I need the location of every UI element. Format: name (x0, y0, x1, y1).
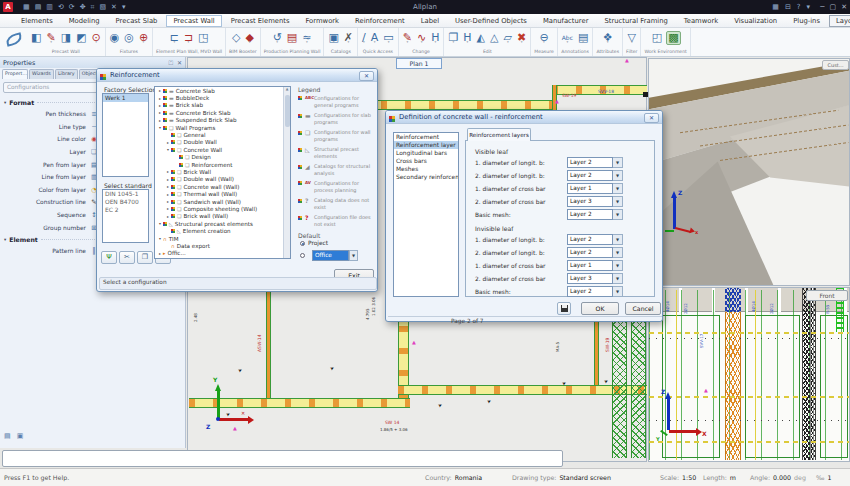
copy-configuration-button[interactable]: ✂ (119, 251, 135, 264)
tree-item-structural-precast-elements[interactable]: ▾◺Structural precast elements (155, 220, 290, 227)
fixtures-tool-icon[interactable]: ◎ (123, 32, 135, 44)
dialog-title-bar[interactable]: Reinforcement (97, 69, 377, 82)
tree-item-suspended-brick-slab[interactable]: ▸▬Suspended Brick Slab (155, 117, 290, 124)
menu-tab-teamwork[interactable]: Teamwork (677, 15, 725, 27)
palette-tab-library[interactable]: Library (55, 69, 78, 79)
tree-item-brick-wall-wall[interactable]: ▸❏Brick wall (Wall) (155, 213, 290, 220)
precast-wall-tool-icon[interactable]: ◩ (75, 32, 87, 44)
chevron-down-icon[interactable]: ▼ (613, 234, 623, 245)
palette-tab-wizards[interactable]: Wizards (29, 69, 54, 79)
nav-item-cross-bars[interactable]: Cross bars (394, 157, 458, 165)
bim-booster-tool-icon[interactable]: ◇ (231, 32, 241, 44)
chevron-down-icon[interactable]: ▼ (613, 260, 623, 271)
menu-tab-structural-framing[interactable]: Structural Framing (597, 15, 674, 27)
menu-tab-modeling[interactable]: Modeling (62, 15, 107, 27)
duplicate-configuration-button[interactable]: ❐ (137, 251, 153, 264)
ok-button[interactable]: OK (581, 302, 619, 315)
standard-item[interactable]: DIN 1045-1 (103, 190, 148, 198)
precast-wall-tool-icon[interactable]: ◨ (60, 32, 72, 44)
element-plan-wall-mvd-wall-tool-icon[interactable]: ⊐ (183, 32, 194, 44)
measure-tool-icon[interactable]: ⊖ (538, 32, 549, 44)
catalogs-tool-icon[interactable]: ✗ (343, 32, 354, 44)
nav-item-reinforcement-layer[interactable]: Reinforcement layer (394, 141, 458, 149)
layer-combo[interactable]: Layer 2 (567, 170, 613, 181)
3d-view-label[interactable]: Cust... (822, 60, 849, 70)
layer-combo[interactable]: Layer 2 (567, 247, 613, 258)
pin-icon[interactable]: ⏍ (168, 59, 173, 67)
factory-item[interactable]: Werk 1 (103, 94, 148, 102)
change-tool-icon[interactable]: H (430, 32, 440, 44)
tree-item-concrete-slab[interactable]: ▸▬Concrete Slab (155, 87, 290, 94)
tree-item-element-creation[interactable]: ◺Element creation (155, 227, 290, 234)
quick-access-tool-icon[interactable]: A (370, 32, 380, 44)
tree-item-design[interactable]: ❏Design (155, 154, 290, 161)
tree-item-sandwich-wall-wall[interactable]: ▸❏Sandwich wall (Wall) (155, 198, 290, 205)
standard-item[interactable]: EC 2 (103, 206, 148, 214)
palette-bottom-icon[interactable]: ▣ (17, 432, 24, 440)
tree-item-concrete-brick-slab[interactable]: ▸▬Concrete Brick Slab (155, 109, 290, 116)
standard-item[interactable]: OEN B4700 (103, 198, 148, 206)
titlebar-icon[interactable]: ? (797, 0, 801, 14)
menu-tab-elements[interactable]: Elements (14, 15, 60, 27)
factory-selection-list[interactable]: Werk 1 (102, 93, 149, 177)
quick-tool-icon[interactable]: ✕ (111, 0, 117, 14)
quick-tool-icon[interactable]: ⟳ (69, 0, 75, 14)
layer-combo[interactable]: Layer 1 (567, 183, 613, 194)
titlebar-icon[interactable]: ▾ (806, 0, 810, 14)
bim-booster-tool-icon[interactable]: ◆ (244, 32, 254, 44)
save-button[interactable] (557, 302, 571, 315)
tree-item-brick-slab[interactable]: ▸▬Brick slab (155, 102, 290, 109)
layer-combo[interactable]: Layer 2 (567, 286, 613, 297)
layer-combo[interactable]: Layer 3 (567, 196, 613, 207)
3d-viewport[interactable]: Z x (648, 58, 850, 286)
production-planning-wall-tool-icon[interactable]: ↺ (272, 32, 283, 44)
edit-tool-icon[interactable]: △ (489, 32, 499, 44)
menu-tab-user-defined-objects[interactable]: User-Defined Objects (448, 15, 534, 27)
dialog-title-bar[interactable]: Definition of concrete wall - reinforcem… (386, 111, 662, 124)
program-tree[interactable]: ▸▬Concrete Slab▸▬BubbleDeck▸▬Brick slab▸… (154, 86, 291, 259)
filter-tool-icon[interactable]: ▽ (627, 32, 637, 44)
office-radio[interactable] (300, 253, 305, 258)
tree-item-reinforcement[interactable]: ❏Reinforcement (155, 161, 290, 168)
nav-item-secondary-reinforcement[interactable]: Secondary reinforcement (394, 173, 458, 181)
chevron-down-icon[interactable]: ▼ (613, 183, 623, 194)
quick-tool-icon[interactable]: ✥ (80, 0, 86, 14)
standards-list[interactable]: DIN 1045-1OEN B4700EC 2 (102, 189, 149, 243)
quick-access-tool-icon[interactable]: ∕ (361, 32, 367, 44)
menu-tab-reinforcement[interactable]: Reinforcement (348, 15, 412, 27)
tree-item-data-export[interactable]: ∩Data export (155, 242, 290, 249)
precast-wall-tool-icon[interactable]: ✎ (45, 32, 56, 44)
change-tool-icon[interactable]: ✎ (402, 32, 413, 44)
tree-item-tim[interactable]: ▾∩TIM (155, 235, 290, 242)
dialog-nav-list[interactable]: ReinforcementReinforcement layerLongitud… (393, 132, 459, 297)
menu-tab-precast-slab[interactable]: Precast Slab (109, 15, 165, 27)
tree-item-concrete-wall[interactable]: ▾❏Concrete Wall (155, 146, 290, 153)
edit-tool-icon[interactable]: ▱ (503, 32, 513, 44)
edit-tool-icon[interactable]: ✖ (516, 32, 527, 44)
dialog-line-input[interactable] (2, 450, 563, 467)
layer-combo[interactable]: Layer 2 (567, 234, 613, 245)
close-icon[interactable]: ✕ (841, 0, 847, 14)
tree-item-offic[interactable]: ▸▸Offic... (155, 250, 290, 257)
close-icon[interactable]: ✕ (177, 59, 182, 66)
chevron-down-icon[interactable]: ▼ (613, 273, 623, 284)
work-environment-tool-icon[interactable]: ▩ (666, 31, 680, 45)
close-icon[interactable]: ✕ (644, 113, 659, 123)
quick-tool-icon[interactable]: ▧ (99, 0, 106, 14)
layer-combo[interactable]: Layer 3 (567, 273, 613, 284)
titlebar-icon[interactable]: ⊟ (785, 0, 791, 14)
chevron-down-icon[interactable]: ▼ (349, 250, 358, 261)
annotations-tool-icon[interactable]: Abc (561, 32, 574, 44)
minimize-icon[interactable]: ─ (820, 0, 824, 14)
cancel-button[interactable]: Cancel (625, 302, 661, 315)
close-icon[interactable]: ✕ (359, 71, 374, 81)
menu-tab-layout-editor[interactable]: Layout Editor (829, 15, 850, 27)
palette-bottom-icon[interactable]: ▤ (4, 432, 11, 440)
plan-view-tab[interactable]: Plan 1 (396, 58, 442, 69)
annotations-tool-icon[interactable]: ▤ (577, 32, 589, 44)
menu-tab-manufacturer[interactable]: Manufacturer (536, 15, 596, 27)
attributes-tool-icon[interactable]: ❖ (602, 32, 614, 44)
scrollbar[interactable]: ▲ (283, 87, 290, 258)
production-planning-wall-tool-icon[interactable]: ≈ (301, 32, 312, 44)
tree-item-bubbledeck[interactable]: ▸▬BubbleDeck (155, 94, 290, 101)
